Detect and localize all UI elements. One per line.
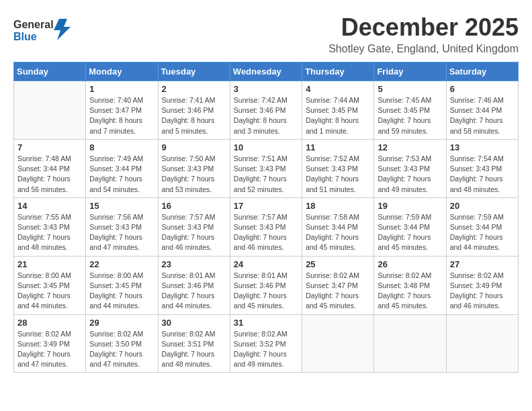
day-info: Sunrise: 8:02 AMSunset: 3:50 PMDaylight:… [89,329,154,370]
day-info: Sunrise: 7:52 AMSunset: 3:43 PMDaylight:… [306,154,370,195]
day-number: 12 [378,142,442,152]
day-info: Sunrise: 7:54 AMSunset: 3:43 PMDaylight:… [450,154,515,195]
day-info: Sunrise: 8:00 AMSunset: 3:45 PMDaylight:… [89,271,154,312]
day-number: 31 [234,318,298,328]
calendar-cell: 27Sunrise: 8:02 AMSunset: 3:49 PMDayligh… [446,256,518,314]
day-number: 3 [234,84,298,94]
day-info: Sunrise: 7:57 AMSunset: 3:43 PMDaylight:… [162,212,226,253]
calendar-cell: 17Sunrise: 7:57 AMSunset: 3:43 PMDayligh… [230,197,302,256]
calendar-week-row: 21Sunrise: 8:00 AMSunset: 3:45 PMDayligh… [14,256,519,314]
calendar-cell: 11Sunrise: 7:52 AMSunset: 3:43 PMDayligh… [302,139,374,197]
calendar-cell: 20Sunrise: 7:59 AMSunset: 3:44 PMDayligh… [446,197,518,256]
calendar-week-row: 28Sunrise: 8:02 AMSunset: 3:49 PMDayligh… [14,314,519,373]
day-info: Sunrise: 8:02 AMSunset: 3:49 PMDaylight:… [450,271,515,312]
calendar-cell: 22Sunrise: 8:00 AMSunset: 3:45 PMDayligh… [86,256,158,314]
calendar-cell: 28Sunrise: 8:02 AMSunset: 3:49 PMDayligh… [14,314,86,373]
day-number: 10 [234,142,298,152]
day-number: 18 [306,201,370,211]
day-info: Sunrise: 8:02 AMSunset: 3:48 PMDaylight:… [378,271,442,312]
calendar-header-row: SundayMondayTuesdayWednesdayThursdayFrid… [14,62,519,81]
day-info: Sunrise: 7:49 AMSunset: 3:44 PMDaylight:… [89,154,154,195]
day-number: 22 [89,259,154,269]
svg-text:Blue: Blue [13,31,37,42]
calendar-cell [374,314,446,373]
day-number: 25 [306,259,370,269]
day-number: 28 [17,318,82,328]
day-info: Sunrise: 7:55 AMSunset: 3:43 PMDaylight:… [17,212,82,253]
day-info: Sunrise: 7:45 AMSunset: 3:45 PMDaylight:… [378,95,442,136]
calendar-cell [446,314,518,373]
day-info: Sunrise: 8:02 AMSunset: 3:47 PMDaylight:… [306,271,370,312]
calendar-week-row: 1Sunrise: 7:40 AMSunset: 3:47 PMDaylight… [14,81,519,140]
day-number: 4 [306,84,370,94]
day-info: Sunrise: 7:53 AMSunset: 3:43 PMDaylight:… [378,154,442,195]
calendar-cell: 9Sunrise: 7:50 AMSunset: 3:43 PMDaylight… [158,139,230,197]
day-info: Sunrise: 7:59 AMSunset: 3:44 PMDaylight:… [378,212,442,253]
weekday-header: Wednesday [230,62,302,81]
day-info: Sunrise: 7:41 AMSunset: 3:46 PMDaylight:… [162,95,226,136]
location-subtitle: Shotley Gate, England, United Kingdom [328,43,519,55]
calendar-cell [14,81,86,140]
day-number: 7 [17,142,82,152]
day-number: 15 [89,201,154,211]
day-number: 27 [450,259,515,269]
day-info: Sunrise: 7:48 AMSunset: 3:44 PMDaylight:… [17,154,82,195]
calendar-cell: 8Sunrise: 7:49 AMSunset: 3:44 PMDaylight… [86,139,158,197]
day-info: Sunrise: 7:57 AMSunset: 3:43 PMDaylight:… [234,212,298,253]
day-info: Sunrise: 8:01 AMSunset: 3:46 PMDaylight:… [234,271,298,312]
calendar-cell: 15Sunrise: 7:56 AMSunset: 3:43 PMDayligh… [86,197,158,256]
calendar-cell: 13Sunrise: 7:54 AMSunset: 3:43 PMDayligh… [446,139,518,197]
day-info: Sunrise: 7:58 AMSunset: 3:44 PMDaylight:… [306,212,370,253]
calendar-cell: 6Sunrise: 7:46 AMSunset: 3:44 PMDaylight… [446,81,518,140]
day-number: 8 [89,142,154,152]
calendar-cell: 14Sunrise: 7:55 AMSunset: 3:43 PMDayligh… [14,197,86,256]
calendar-cell: 25Sunrise: 8:02 AMSunset: 3:47 PMDayligh… [302,256,374,314]
calendar-cell: 5Sunrise: 7:45 AMSunset: 3:45 PMDaylight… [374,81,446,140]
calendar-cell: 2Sunrise: 7:41 AMSunset: 3:46 PMDaylight… [158,81,230,140]
day-info: Sunrise: 8:02 AMSunset: 3:52 PMDaylight:… [234,329,298,370]
calendar-cell: 18Sunrise: 7:58 AMSunset: 3:44 PMDayligh… [302,197,374,256]
day-number: 1 [89,84,154,94]
day-info: Sunrise: 7:42 AMSunset: 3:46 PMDaylight:… [234,95,298,136]
day-number: 13 [450,142,515,152]
day-number: 16 [162,201,226,211]
day-info: Sunrise: 7:44 AMSunset: 3:45 PMDaylight:… [306,95,370,136]
day-number: 23 [162,259,226,269]
day-info: Sunrise: 7:51 AMSunset: 3:43 PMDaylight:… [234,154,298,195]
day-number: 29 [89,318,154,328]
page-header: General Blue December 2025 Shotley Gate,… [13,13,519,55]
calendar-cell: 29Sunrise: 8:02 AMSunset: 3:50 PMDayligh… [86,314,158,373]
weekday-header: Monday [86,62,158,81]
calendar-cell: 16Sunrise: 7:57 AMSunset: 3:43 PMDayligh… [158,197,230,256]
day-number: 26 [378,259,442,269]
calendar-cell: 10Sunrise: 7:51 AMSunset: 3:43 PMDayligh… [230,139,302,197]
logo-icon: General Blue [13,13,74,47]
calendar-cell: 23Sunrise: 8:01 AMSunset: 3:46 PMDayligh… [158,256,230,314]
day-info: Sunrise: 8:02 AMSunset: 3:51 PMDaylight:… [162,329,226,370]
calendar-cell [302,314,374,373]
day-number: 30 [162,318,226,328]
day-info: Sunrise: 7:46 AMSunset: 3:44 PMDaylight:… [450,95,515,136]
svg-marker-2 [54,19,71,40]
day-number: 24 [234,259,298,269]
day-number: 11 [306,142,370,152]
day-info: Sunrise: 7:59 AMSunset: 3:44 PMDaylight:… [450,212,515,253]
weekday-header: Saturday [446,62,518,81]
month-title: December 2025 [328,13,519,42]
day-number: 2 [162,84,226,94]
calendar-cell: 12Sunrise: 7:53 AMSunset: 3:43 PMDayligh… [374,139,446,197]
weekday-header: Friday [374,62,446,81]
calendar-week-row: 7Sunrise: 7:48 AMSunset: 3:44 PMDaylight… [14,139,519,197]
weekday-header: Thursday [302,62,374,81]
calendar-cell: 4Sunrise: 7:44 AMSunset: 3:45 PMDaylight… [302,81,374,140]
day-number: 5 [378,84,442,94]
day-info: Sunrise: 8:01 AMSunset: 3:46 PMDaylight:… [162,271,226,312]
calendar-week-row: 14Sunrise: 7:55 AMSunset: 3:43 PMDayligh… [14,197,519,256]
title-block: December 2025 Shotley Gate, England, Uni… [328,13,519,55]
calendar-cell: 30Sunrise: 8:02 AMSunset: 3:51 PMDayligh… [158,314,230,373]
day-number: 14 [17,201,82,211]
weekday-header: Tuesday [158,62,230,81]
day-info: Sunrise: 8:00 AMSunset: 3:45 PMDaylight:… [17,271,82,312]
calendar-cell: 19Sunrise: 7:59 AMSunset: 3:44 PMDayligh… [374,197,446,256]
day-info: Sunrise: 7:56 AMSunset: 3:43 PMDaylight:… [89,212,154,253]
